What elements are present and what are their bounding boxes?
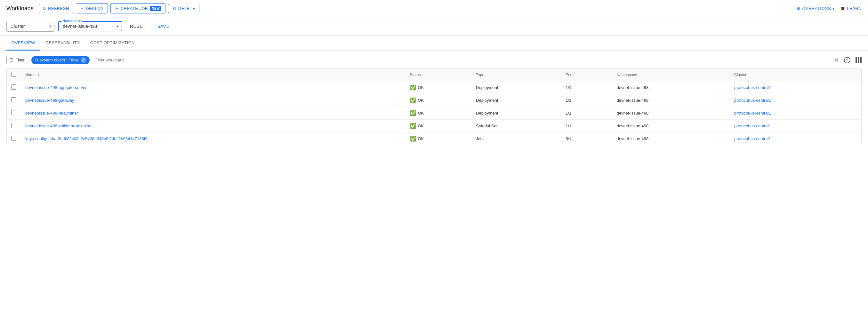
help-icon: ? [844,57,850,63]
filter-row: ☰ Filter Is system object : False ✕ ✕ ? [6,56,862,64]
columns-icon [856,57,862,63]
row-checkbox[interactable] [11,110,16,115]
row-cluster: protocol-us-central1 [730,132,861,145]
row-pods: 1/1 [561,81,612,94]
refresh-button[interactable]: ↻ REFRESH [39,4,73,13]
save-button[interactable]: SAVE [153,22,173,31]
reset-button[interactable]: RESET [126,22,150,31]
table-header-row: Name ↑ Status Type Pods Namespace [7,68,861,81]
cluster-link[interactable]: protocol-us-central1 [734,111,771,116]
row-type: Deployment [471,94,561,107]
content-area: ☰ Filter Is system object : False ✕ ✕ ? [0,51,868,150]
row-pods: 1/1 [561,120,612,132]
row-name: keys-configs-sha-2ddb82c08c2e5438a346b9f… [21,132,405,145]
tab-observability[interactable]: OBSERVABILITY [40,36,85,51]
row-name: devnet-issue-498-gateway [21,94,405,107]
tab-overview[interactable]: OVERVIEW [6,36,40,51]
deploy-button[interactable]: ＋ DEPLOY [76,3,108,13]
row-checkbox-cell [7,120,21,132]
page-title: Workloads [6,5,34,12]
namespace-select[interactable]: devnet-issue-498 [63,24,112,29]
table-row: devnet-issue-498-gateway ✅ OK Deployment… [7,94,861,107]
close-icon: ✕ [834,57,839,64]
row-checkbox[interactable] [11,85,16,90]
namespace-header: Namespace [612,68,730,81]
namespace-label: Namespace [61,19,82,23]
row-pods: 1/1 [561,94,612,107]
row-status: ✅ OK [405,120,472,132]
row-checkbox[interactable] [11,97,16,102]
row-type: Stateful Set [471,120,561,132]
row-pods: 0/1 [561,132,612,145]
help-button[interactable]: ? [844,57,850,63]
deploy-icon: ＋ [80,5,85,11]
workload-link[interactable]: devnet-issue-498-gateway [25,98,74,103]
cluster-select-wrapper: Cluster ▾ [6,21,54,32]
cluster-header: Cluster [730,68,861,81]
refresh-icon: ↻ [43,6,47,11]
row-checkbox[interactable] [11,123,16,128]
new-badge: NEW [150,6,161,11]
row-status: ✅ OK [405,81,472,94]
name-header[interactable]: Name ↑ [21,68,405,81]
cluster-link[interactable]: protocol-us-central1 [734,124,771,128]
ok-icon: ✅ [410,123,416,129]
row-name: devnet-issue-498-appgate-server [21,81,405,94]
tab-cost-optimization[interactable]: COST OPTIMIZATION [85,36,140,51]
row-cluster: protocol-us-central1 [730,81,861,94]
filter-chip: Is system object : False ✕ [31,56,90,64]
cluster-link[interactable]: protocol-us-central1 [734,98,771,103]
learn-button[interactable]: 🎓 LEARN [840,6,862,11]
row-namespace: devnet-issue-498 [612,132,730,145]
columns-button[interactable] [856,57,862,63]
namespace-chevron-icon: ▾ [117,24,118,29]
filter-workloads-input[interactable] [93,56,831,64]
create-job-icon: ＋ [115,5,119,11]
workload-link[interactable]: devnet-issue-498-relayminer [25,111,78,116]
row-namespace: devnet-issue-498 [612,81,730,94]
row-name: devnet-issue-498-relayminer [21,107,405,120]
delete-icon: 🗑 [172,6,177,11]
filter-chip-close-button[interactable]: ✕ [81,57,86,63]
row-namespace: devnet-issue-498 [612,94,730,107]
toolbar: Workloads ↻ REFRESH ＋ DEPLOY ＋ CREATE JO… [0,0,868,17]
row-status: ✅ OK [405,132,472,145]
namespace-wrapper: Namespace devnet-issue-498 ▾ [58,21,122,31]
row-checkbox-cell [7,132,21,145]
cluster-select[interactable]: Cluster [6,21,54,32]
row-checkbox-cell [7,107,21,120]
close-button[interactable]: ✕ [834,57,839,64]
sort-icon: ↑ [38,73,40,77]
select-all-header [7,68,21,81]
toolbar-right: ⚙ OPERATIONS ▾ 🎓 LEARN [797,6,862,11]
operations-button[interactable]: ⚙ OPERATIONS ▾ [797,6,835,11]
row-namespace: devnet-issue-498 [612,120,730,132]
ok-icon: ✅ [410,85,416,91]
row-type: Deployment [471,107,561,120]
filter-bar: Cluster ▾ Namespace devnet-issue-498 ▾ R… [0,17,868,36]
select-all-checkbox[interactable] [11,72,16,77]
filter-button[interactable]: ☰ Filter [6,56,28,64]
row-type: Job [471,132,561,145]
row-checkbox-cell [7,94,21,107]
delete-button[interactable]: 🗑 DELETE [168,4,199,13]
workload-link[interactable]: keys-configs-sha-2ddb82c08c2e5438a346b9f… [25,136,148,141]
ok-icon: ✅ [410,97,416,103]
table-row: devnet-issue-498-validator-poktrolld ✅ O… [7,120,861,132]
workloads-table: Name ↑ Status Type Pods Namespace [6,68,862,145]
tabs: OVERVIEW OBSERVABILITY COST OPTIMIZATION [0,36,868,51]
create-job-button[interactable]: ＋ CREATE JOB NEW [111,3,165,13]
workload-link[interactable]: devnet-issue-498-appgate-server [25,85,87,90]
row-cluster: protocol-us-central1 [730,94,861,107]
learn-icon: 🎓 [840,6,846,11]
filter-icon: ☰ [10,58,14,62]
workload-link[interactable]: devnet-issue-498-validator-poktrolld [25,124,92,128]
cluster-link[interactable]: protocol-us-central1 [734,136,771,141]
status-header: Status [405,68,472,81]
row-cluster: protocol-us-central1 [730,107,861,120]
row-checkbox[interactable] [11,136,16,141]
cluster-link[interactable]: protocol-us-central1 [734,85,771,90]
row-namespace: devnet-issue-498 [612,107,730,120]
row-checkbox-cell [7,81,21,94]
table-row: devnet-issue-498-appgate-server ✅ OK Dep… [7,81,861,94]
